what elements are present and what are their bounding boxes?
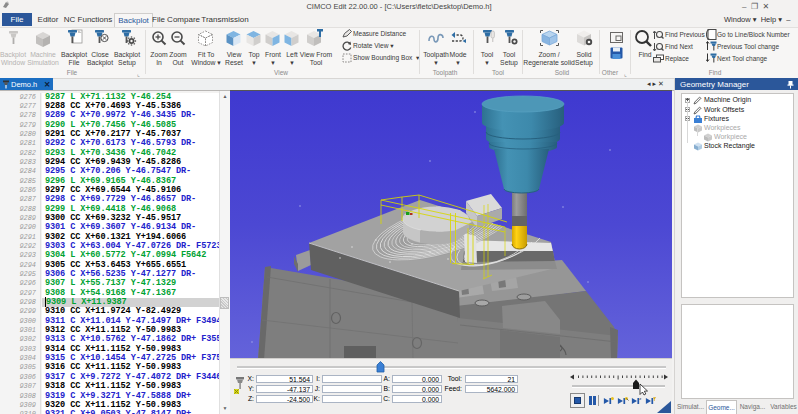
svg-text:z: z [639, 396, 641, 401]
